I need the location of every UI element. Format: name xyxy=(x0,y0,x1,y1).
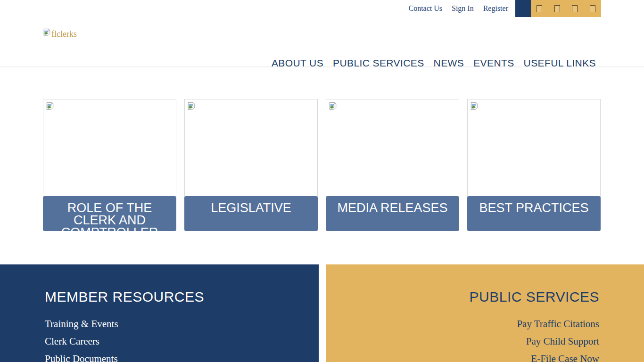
social-icon-1[interactable] xyxy=(537,5,542,12)
card-caption: BEST PRACTICES xyxy=(467,196,601,231)
card-caption: ROLE OF THE CLERK AND COMPTROLLER xyxy=(43,196,176,231)
logo-alt-text: flclerks xyxy=(51,30,77,38)
feature-cards: ROLE OF THE CLERK AND COMPTROLLER LEGISL… xyxy=(43,99,601,231)
main-nav: ABOUT US PUBLIC SERVICES NEWS EVENTS USE… xyxy=(272,57,596,70)
social-icon-3[interactable] xyxy=(572,5,578,12)
page: Contact Us Sign In Register flclerks xyxy=(0,0,644,362)
contact-us-link[interactable]: Contact Us xyxy=(408,4,442,13)
nav-item-news[interactable]: NEWS xyxy=(434,57,464,70)
social-links-strip xyxy=(531,0,601,17)
card-best-practices[interactable]: BEST PRACTICES xyxy=(467,99,601,231)
card-caption: MEDIA RELEASES xyxy=(326,196,459,231)
social-icon-4[interactable] xyxy=(590,5,595,12)
card-legislative[interactable]: LEGISLATIVE xyxy=(184,99,318,231)
broken-image-icon xyxy=(43,28,51,38)
link-efile-case-now[interactable]: E-File Case Now xyxy=(345,350,599,362)
public-services-links: Pay Traffic Citations Pay Child Support … xyxy=(345,315,599,362)
link-training-events[interactable]: Training & Events xyxy=(45,315,300,333)
broken-image-icon xyxy=(470,102,479,112)
card-role-of-the-clerk[interactable]: ROLE OF THE CLERK AND COMPTROLLER xyxy=(43,99,176,231)
logo-link[interactable]: flclerks xyxy=(43,28,77,38)
nav-item-about-us[interactable]: ABOUT US xyxy=(272,57,323,70)
member-resources-links: Training & Events Clerk Careers Public D… xyxy=(45,315,300,362)
public-services-title: PUBLIC SERVICES xyxy=(345,289,599,305)
site-header: flclerks ABOUT US PUBLIC SERVICES NEWS E… xyxy=(0,17,644,67)
broken-image-icon xyxy=(46,102,54,112)
nav-item-public-services[interactable]: PUBLIC SERVICES xyxy=(333,57,424,70)
search-button[interactable] xyxy=(515,0,531,17)
social-icon-2[interactable] xyxy=(554,5,560,12)
member-resources-title: MEMBER RESOURCES xyxy=(45,289,300,305)
topbar: Contact Us Sign In Register xyxy=(0,0,644,17)
member-resources-panel: MEMBER RESOURCES Training & Events Clerk… xyxy=(0,264,319,362)
topbar-links: Contact Us Sign In Register xyxy=(408,0,508,17)
card-media-releases[interactable]: MEDIA RELEASES xyxy=(326,99,459,231)
card-caption: LEGISLATIVE xyxy=(184,196,318,231)
register-link[interactable]: Register xyxy=(483,4,508,13)
broken-image-icon xyxy=(329,102,337,112)
broken-image-icon xyxy=(187,102,196,112)
link-clerk-careers[interactable]: Clerk Careers xyxy=(45,333,300,350)
nav-item-useful-links[interactable]: USEFUL LINKS xyxy=(524,57,596,70)
link-pay-child-support[interactable]: Pay Child Support xyxy=(345,333,599,350)
public-services-panel: PUBLIC SERVICES Pay Traffic Citations Pa… xyxy=(326,264,644,362)
link-public-documents[interactable]: Public Documents xyxy=(45,350,300,362)
sign-in-link[interactable]: Sign In xyxy=(452,4,474,13)
nav-item-events[interactable]: EVENTS xyxy=(473,57,514,70)
link-pay-traffic-citations[interactable]: Pay Traffic Citations xyxy=(345,315,599,333)
